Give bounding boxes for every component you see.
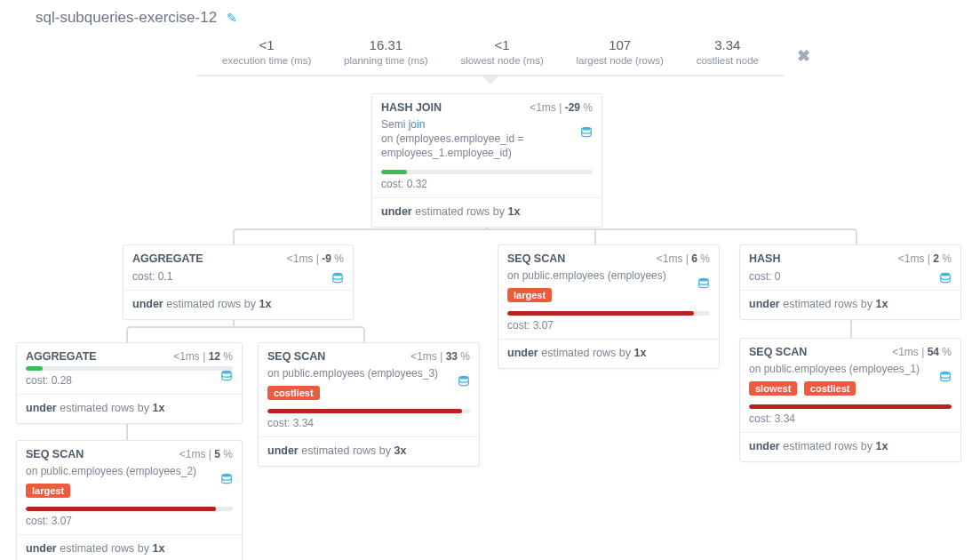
node-title: SEQ SCAN	[26, 448, 84, 460]
node-title: AGGREGATE	[132, 252, 203, 265]
stat-slowest-node: <1 slowest node (ms)	[460, 37, 543, 66]
node-metrics: <1ms | 33 %	[410, 350, 470, 363]
node-subtitle: on public.employees (employees)	[498, 268, 719, 288]
database-icon	[697, 277, 710, 290]
node-title: AGGREGATE	[26, 350, 97, 363]
node-metrics: <1ms | -29 %	[530, 101, 593, 114]
database-icon	[220, 473, 233, 485]
database-icon	[939, 272, 952, 284]
node-subtitle: on public.employees (employees_2)	[17, 464, 242, 484]
plan-title: sql-subqueries-exercise-12	[36, 9, 217, 26]
node-metrics: <1ms | 6 %	[657, 252, 710, 265]
database-icon	[580, 126, 593, 139]
stat-largest-node: 107 largest node (rows)	[576, 37, 663, 66]
badge-largest: largest	[507, 288, 552, 302]
node-footer: under estimated rows by 1x	[372, 198, 602, 227]
node-seqscan-employees[interactable]: SEQ SCAN <1ms | 6 % on public.employees …	[498, 244, 720, 369]
node-metrics: <1ms | 54 %	[892, 346, 952, 358]
badge-largest: largest	[26, 484, 70, 498]
svg-point-9	[222, 371, 232, 374]
svg-point-6	[333, 273, 343, 276]
node-hash[interactable]: HASH <1ms | 2 % cost: 0 under estimated …	[739, 244, 961, 320]
node-subtitle: Semi join on (employees.employee_id = em…	[372, 117, 602, 166]
close-icon[interactable]: ✖	[797, 46, 810, 66]
svg-point-5	[582, 127, 592, 131]
node-title: HASH JOIN	[381, 101, 442, 114]
node-metrics: <1ms | 2 %	[898, 252, 952, 265]
svg-point-7	[699, 278, 709, 282]
svg-point-12	[222, 474, 232, 477]
stat-costliest-node: 3.34 costliest node	[697, 37, 759, 66]
node-subtitle: on public.employees (employees_1)	[740, 362, 960, 381]
stats-bar: <1 execution time (ms) 16.31 planning ti…	[197, 34, 784, 84]
node-seqscan-employees-1[interactable]: SEQ SCAN <1ms | 54 % on public.employees…	[739, 338, 961, 462]
pencil-icon[interactable]: ✎	[227, 11, 237, 25]
database-icon	[331, 272, 344, 284]
node-title: SEQ SCAN	[749, 346, 807, 358]
node-seqscan-employees-2[interactable]: SEQ SCAN <1ms | 5 % on public.employees …	[16, 440, 243, 560]
svg-point-10	[459, 376, 469, 380]
database-icon	[939, 371, 952, 383]
node-metrics: <1ms | 12 %	[173, 350, 233, 363]
node-metrics: <1ms | 5 %	[179, 448, 233, 460]
svg-point-8	[941, 273, 951, 276]
node-aggregate-1[interactable]: AGGREGATE <1ms | -9 % cost: 0.1 under es…	[123, 244, 354, 320]
svg-point-11	[941, 372, 951, 375]
badge-costliest: costliest	[804, 381, 857, 396]
database-icon	[458, 375, 470, 388]
stat-exec-time: <1 execution time (ms)	[222, 37, 311, 66]
node-subtitle: on public.employees (employees_3)	[259, 366, 479, 386]
badge-slowest: slowest	[749, 381, 797, 396]
node-title: SEQ SCAN	[507, 252, 565, 265]
page-header: sql-subqueries-exercise-12 ✎	[0, 0, 980, 27]
badge-costliest: costliest	[267, 386, 320, 400]
node-metrics: <1ms | -9 %	[287, 252, 344, 265]
chevron-down-icon	[482, 76, 498, 84]
node-title: HASH	[749, 252, 780, 265]
node-title: SEQ SCAN	[267, 350, 325, 363]
database-icon	[220, 370, 233, 382]
stat-plan-time: 16.31 planning time (ms)	[344, 37, 428, 66]
node-aggregate-2[interactable]: AGGREGATE <1ms | 12 % cost: 0.28 under e…	[16, 342, 243, 424]
node-hash-join[interactable]: HASH JOIN <1ms | -29 % Semi join on (emp…	[371, 93, 602, 228]
node-seqscan-employees-3[interactable]: SEQ SCAN <1ms | 33 % on public.employees…	[258, 342, 480, 467]
